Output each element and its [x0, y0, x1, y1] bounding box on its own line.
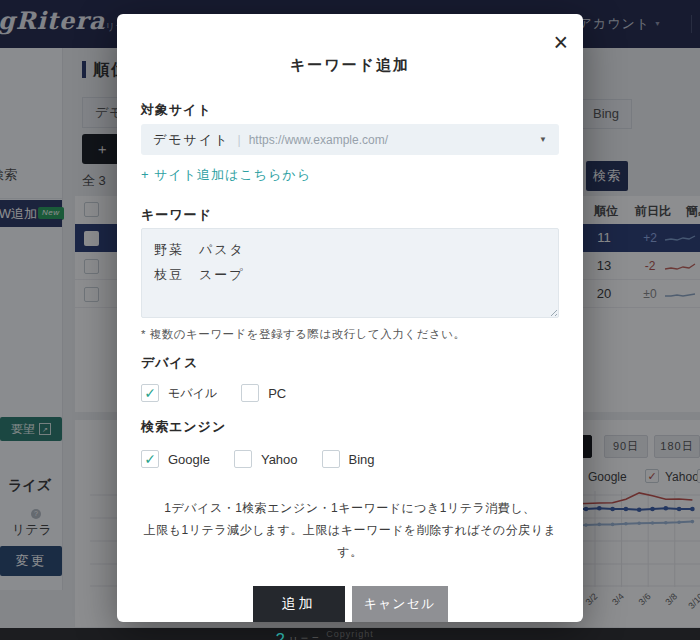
engine-option-google[interactable]: ✓ Google [141, 450, 210, 468]
modal-title: キーワード追加 [141, 56, 559, 75]
device-option-mobile[interactable]: ✓ モバイル [141, 384, 217, 402]
check-icon: ✓ [144, 386, 156, 400]
checkbox[interactable] [322, 450, 340, 468]
selected-site-name: デモサイト [153, 131, 230, 149]
add-site-link[interactable]: + サイト追加はこちらから [141, 166, 311, 184]
checkbox[interactable] [234, 450, 252, 468]
chevron-down-icon: ▼ [539, 135, 547, 144]
engine-option-yahoo[interactable]: Yahoo [234, 450, 298, 468]
checkbox[interactable]: ✓ [141, 450, 159, 468]
selected-site-url: https://www.example.com/ [249, 133, 388, 147]
cancel-button[interactable]: キャンセル [352, 586, 448, 622]
checkbox-label: Bing [349, 452, 375, 467]
target-site-label: 対象サイト [141, 101, 559, 119]
checkbox[interactable]: ✓ [141, 384, 159, 402]
device-label: デバイス [141, 354, 559, 372]
device-option-pc[interactable]: PC [241, 384, 286, 402]
select-separator: | [238, 133, 241, 147]
checkbox-label: Yahoo [261, 452, 298, 467]
keyword-note: * 複数のキーワードを登録する際は改行して入力ください。 [141, 327, 559, 342]
checkbox-label: PC [268, 386, 286, 401]
submit-button[interactable]: 追加 [253, 586, 345, 622]
keyword-textarea[interactable]: 野菜 パスタ 枝豆 スープ [141, 228, 559, 318]
app-screenshot: gRitera -リテラ アカウント▼ 検索 ／追加 New KW追加 New … [0, 0, 700, 640]
close-icon[interactable]: × [553, 30, 568, 55]
site-select[interactable]: デモサイト | https://www.example.com/ ▼ [141, 124, 559, 155]
check-icon: ✓ [144, 452, 156, 466]
cost-summary: 2リテラ [141, 630, 559, 640]
info-line-1: 1デバイス・1検索エンジン・1キーワードにつき1リテラ消費し、 [141, 497, 559, 519]
cost-unit: リテラ [288, 635, 322, 640]
engine-option-bing[interactable]: Bing [322, 450, 375, 468]
cost-value: 2 [275, 630, 284, 640]
checkbox-label: Google [168, 452, 210, 467]
add-keyword-modal: × キーワード追加 対象サイト デモサイト | https://www.exam… [117, 14, 583, 622]
checkbox-label: モバイル [168, 385, 217, 402]
consumption-info: 1デバイス・1検索エンジン・1キーワードにつき1リテラ消費し、 上限も1リテラ減… [141, 497, 559, 564]
checkbox[interactable] [241, 384, 259, 402]
search-engine-label: 検索エンジン [141, 418, 559, 436]
info-line-2: 上限も1リテラ減少します。上限はキーワードを削除すればその分戻ります。 [141, 519, 559, 563]
keyword-label: キーワード [141, 206, 559, 224]
